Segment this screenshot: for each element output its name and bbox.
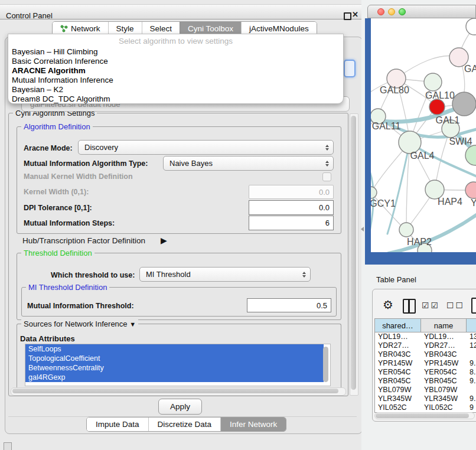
table-cell: YIL052C [421, 403, 467, 412]
column-header[interactable]: shared… [375, 319, 421, 332]
list-scrollbar[interactable] [323, 347, 328, 382]
scrollbar-thumb[interactable] [351, 116, 356, 390]
table-row[interactable]: YDL19…YDL19…13 [375, 332, 476, 341]
network-node-gal1[interactable] [429, 99, 445, 115]
table-row[interactable]: YER054CYER054C8. [375, 368, 476, 377]
mi-threshold-field[interactable]: 0.5 [247, 298, 331, 312]
split-pane-collapse-icon[interactable] [361, 227, 364, 231]
column-header[interactable]: name [421, 319, 467, 332]
node-label: HAP2 [407, 237, 432, 247]
tab-discretize-data[interactable]: Discretize Data [148, 418, 221, 431]
tab-label: Cyni Toolbox [188, 24, 233, 33]
cyni-bottom-tabs: Impute DataDiscretize DataInfer Network [86, 417, 286, 432]
network-node-gcy1[interactable] [371, 187, 377, 198]
table-cell: 9 [467, 403, 476, 412]
algorithm-option[interactable]: Dream8 DC_TDC Algorithm [12, 94, 340, 104]
algorithm-option[interactable]: Bayesian – K2 [12, 85, 340, 94]
close-icon[interactable]: ✕ [352, 10, 358, 19]
float-window-icon[interactable] [344, 12, 351, 20]
apply-button[interactable]: Apply [158, 399, 202, 415]
table-cell: YBR043C [421, 350, 467, 359]
data-attribute-item[interactable]: TopologicalCoefficient [25, 354, 324, 363]
threshold-definition-title: Threshold Definition [21, 249, 94, 257]
collapsed-panel-icon[interactable] [4, 442, 12, 450]
table-row[interactable]: YIL052CYIL052C9 [375, 403, 476, 412]
network-canvas[interactable]: GALGAL80GAL10GAL1GAL11SWI4GAL4GCY1HAP4YH… [371, 18, 476, 252]
mi-algorithm-type-select[interactable]: Naive Bayes [163, 156, 334, 171]
minimize-traffic-light-icon[interactable] [388, 8, 395, 15]
table-cell: 9. [467, 359, 476, 368]
table-row[interactable]: YDR27…YDR27…12 [375, 341, 476, 350]
tab-select[interactable]: Select [142, 22, 180, 35]
network-node[interactable] [452, 92, 476, 116]
algorithm-option[interactable]: Mutual Information Inference [12, 76, 340, 85]
table-row[interactable]: YBR043CYBR043C [375, 350, 476, 359]
dpi-tolerance-field[interactable]: 0.0 [249, 200, 334, 215]
table-row[interactable]: YPR145WYPR145W9. [375, 359, 476, 368]
table-row[interactable]: YLR345WYLR345W9. [375, 394, 476, 403]
data-attributes-list[interactable]: SelfLoopsTopologicalCoefficientBetweenne… [25, 344, 331, 386]
table-cell: YPR145W [421, 359, 467, 368]
network-node-hap2[interactable] [399, 223, 413, 237]
expand-arrow-icon[interactable]: ▶ [161, 236, 167, 245]
table-row[interactable]: YBR045CYBR045C9. [375, 377, 476, 386]
network-node[interactable] [466, 18, 476, 35]
tab-label: Style [116, 24, 134, 33]
manual-kernel-checkbox[interactable] [322, 172, 331, 181]
checked-pair-icon[interactable]: ☑☑ [422, 301, 440, 310]
zoom-traffic-light-icon[interactable] [399, 8, 406, 15]
node-table: shared…nameA YDL19…YDL19…13YDR27…YDR27…1… [374, 318, 476, 413]
mi-steps-field[interactable]: 6 [249, 216, 334, 230]
tab-cyni-toolbox[interactable]: Cyni Toolbox [180, 22, 241, 35]
scrollbar-thumb[interactable] [12, 389, 338, 393]
table-cell: YDR27… [421, 341, 467, 350]
settings-vertical-scrollbar[interactable] [350, 113, 358, 396]
table-cell: YBR045C [421, 377, 467, 386]
network-window-titlebar[interactable] [367, 5, 476, 18]
network-node-gal10[interactable] [424, 73, 442, 91]
document-icon[interactable] [471, 298, 476, 314]
table-cell: YDL19… [375, 332, 421, 341]
kernel-width-field[interactable]: 0.0 [249, 185, 334, 199]
tab-network[interactable]: Network [53, 22, 108, 35]
columns-icon[interactable] [403, 299, 416, 314]
data-attribute-item[interactable]: BetweennessCentrality [25, 363, 324, 373]
tab-impute-data[interactable]: Impute Data [87, 418, 148, 431]
gear-icon[interactable]: ⚙ [383, 298, 393, 312]
network-graph: GALGAL80GAL10GAL1GAL11SWI4GAL4GCY1HAP4YH… [371, 18, 476, 252]
hub-section-label[interactable]: Hub/Transcription Factor Definition [22, 236, 145, 245]
sources-title-text: Sources for Network Inference [24, 319, 128, 328]
algorithm-dropdown-placeholder: Select algorithm to view settings [8, 37, 343, 45]
algorithm-option[interactable]: ARACNE Algorithm [12, 66, 340, 76]
settings-horizontal-scrollbar[interactable] [11, 387, 346, 396]
table-cell: YBR043C [375, 350, 421, 359]
unchecked-pair-icon[interactable]: ☐☐ [446, 301, 465, 310]
network-node-y[interactable] [465, 182, 476, 198]
aracne-mode-select[interactable]: Discovery [78, 140, 334, 155]
node-label: SWI4 [449, 136, 472, 146]
collapse-arrow-icon[interactable]: ▼ [129, 321, 136, 328]
column-header[interactable]: A [467, 319, 476, 332]
network-node[interactable] [465, 145, 476, 165]
table-horizontal-scrollbar[interactable] [374, 412, 475, 419]
table-cell: 13 [467, 332, 476, 341]
tab-infer-network[interactable]: Infer Network [220, 418, 286, 431]
data-attribute-item[interactable]: SelfLoops [25, 344, 324, 354]
node-label: HAP4 [438, 197, 462, 207]
scrollbar-thumb[interactable] [376, 413, 469, 418]
aracne-mode-value: Discovery [84, 143, 118, 152]
close-traffic-light-icon[interactable] [377, 8, 384, 15]
control-panel-titlebar[interactable]: Control Panel ✕ [0, 4, 361, 19]
node-label: GAL11 [372, 121, 401, 131]
algorithm-option[interactable]: Basic Correlation Inference [12, 57, 340, 66]
which-threshold-select[interactable]: MI Threshold [139, 267, 311, 282]
tab-jactivemnodules[interactable]: jActiveMNodules [241, 22, 317, 35]
table-row[interactable]: YBL079WYBL079W [375, 386, 476, 394]
algorithm-option[interactable]: Bayesian – Hill Climbing [12, 47, 340, 57]
network-tab-icon [60, 25, 68, 32]
node-label: GAL10 [425, 90, 455, 100]
tab-label: Select [150, 24, 172, 33]
dpi-tolerance-label: DPI Tolerance [0,1]: [24, 204, 92, 212]
tab-style[interactable]: Style [108, 22, 142, 35]
data-attribute-item[interactable]: gal4RGexp [25, 373, 324, 382]
